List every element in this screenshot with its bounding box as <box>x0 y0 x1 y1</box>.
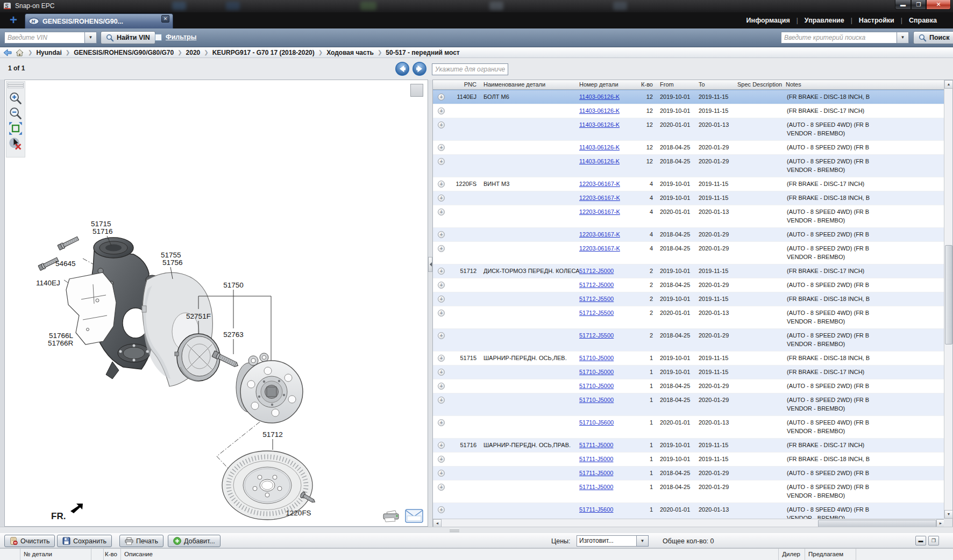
search-criteria-input[interactable] <box>781 32 897 44</box>
expand-row-icon[interactable]: + <box>438 355 445 362</box>
diagram-label[interactable]: 51715 <box>91 220 111 228</box>
diagram-label[interactable]: 51756 <box>162 259 183 267</box>
part-number-link[interactable]: 11403-06126-K <box>579 144 620 150</box>
part-number-link[interactable]: 11403-06126-K <box>579 158 620 164</box>
header-to[interactable]: To <box>696 80 735 89</box>
table-row[interactable]: + 12203-06167-K 4 2018-04-25 2020-01-29 … <box>433 227 944 241</box>
part-number-link[interactable]: 51711-J5000 <box>579 484 613 490</box>
table-row[interactable]: + 51712-J5500 2 2019-10-01 2019-11-15 (F… <box>433 292 944 306</box>
part-number-link[interactable]: 51711-J5000 <box>579 456 613 462</box>
diagram-label[interactable]: 1220FS <box>286 509 311 517</box>
deselect-pointer-icon[interactable] <box>9 137 23 150</box>
hub-bearing-part[interactable] <box>236 353 303 423</box>
breadcrumb-section[interactable]: 50-517 - передний мост <box>386 49 459 56</box>
expand-row-icon[interactable]: + <box>438 181 445 188</box>
table-row[interactable]: + 12203-06167-K 4 2019-10-01 2019-11-15 … <box>433 191 944 205</box>
part-number-link[interactable]: 51710-J5600 <box>579 419 614 426</box>
expand-row-icon[interactable]: + <box>438 332 445 339</box>
expand-row-icon[interactable]: + <box>438 245 445 252</box>
vin-input[interactable] <box>4 32 85 44</box>
zoom-out-icon[interactable] <box>9 106 23 120</box>
table-row[interactable]: + 51710-J5000 1 2018-04-25 2020-01-29 (A… <box>433 379 944 393</box>
new-tab-button[interactable]: + <box>6 14 20 27</box>
limit-filter-input[interactable] <box>432 63 508 75</box>
breadcrumb-hyundai[interactable]: Hyundai <box>36 49 61 56</box>
expand-row-icon[interactable]: + <box>438 107 445 114</box>
next-page-button[interactable] <box>412 61 427 76</box>
diagram-label[interactable]: 51750 <box>223 281 244 289</box>
mud-guard-part[interactable] <box>66 272 116 344</box>
part-number-link[interactable]: 51710-J5000 <box>579 383 614 389</box>
part-number-link[interactable]: 11403-06126-K <box>579 121 620 128</box>
table-row[interactable]: + 11403-06126-K 12 2020-01-01 2020-01-13… <box>433 118 944 140</box>
expand-row-icon[interactable]: + <box>438 144 445 151</box>
panel-splitter[interactable] <box>428 80 432 527</box>
table-row[interactable]: + 51712-J5500 2 2020-01-01 2020-01-13 (A… <box>433 306 944 328</box>
maximize-button[interactable]: ❐ <box>911 0 926 10</box>
diagram-label[interactable]: 52763 <box>223 331 244 339</box>
scroll-down-button[interactable]: ▼ <box>944 510 953 519</box>
parts-diagram[interactable]: 51715 51716 54645 1140EJ 51766L 51766R 5… <box>32 145 322 521</box>
tab-close-icon[interactable]: ✕ <box>161 15 169 23</box>
previous-page-button[interactable] <box>395 61 410 76</box>
scroll-up-button[interactable]: ▲ <box>944 80 953 89</box>
menu-management[interactable]: Управление <box>805 17 844 24</box>
expand-row-icon[interactable]: + <box>438 231 445 238</box>
table-row[interactable]: + 51711-J5000 1 2018-04-25 2020-01-29 (A… <box>433 466 944 480</box>
horizontal-scroll-thumb[interactable] <box>818 520 936 527</box>
home-icon[interactable] <box>16 49 24 56</box>
print-diagram-icon[interactable] <box>381 506 401 523</box>
table-row[interactable]: + 51711-J5600 1 2020-01-01 2020-01-13 (A… <box>433 502 944 519</box>
expand-row-icon[interactable]: + <box>438 506 445 513</box>
expand-row-icon[interactable]: + <box>438 470 445 477</box>
table-row[interactable]: + 51710-J5600 1 2020-01-01 2020-01-13 (A… <box>433 415 944 438</box>
filters-checkbox[interactable] <box>155 34 162 41</box>
expand-row-icon[interactable]: + <box>438 442 445 449</box>
table-row[interactable]: + 51710-J5000 1 2019-10-01 2019-11-15 (F… <box>433 365 944 379</box>
part-number-link[interactable]: 51711-J5000 <box>579 470 613 476</box>
diagram-label[interactable]: 52751F <box>186 312 211 320</box>
diagram-label[interactable]: 51766L <box>49 332 74 340</box>
expand-row-icon[interactable]: + <box>438 419 445 426</box>
bottom-grip[interactable] <box>450 529 459 532</box>
header-pnc[interactable]: PNC <box>448 80 481 89</box>
part-number-link[interactable]: 51710-J5000 <box>579 355 614 361</box>
header-from[interactable]: From <box>658 80 696 89</box>
part-number-link[interactable]: 12203-06167-K <box>579 209 620 215</box>
table-row[interactable]: + 11403-06126-K 12 2018-04-25 2020-01-29… <box>433 154 944 177</box>
part-number-link[interactable]: 12203-06167-K <box>579 181 620 187</box>
table-row[interactable]: + 51715 ШАРНИР-ПЕРЕДН. ОСЬ,ЛЕВ. 51710-J5… <box>433 351 944 365</box>
menu-help[interactable]: Справка <box>909 17 937 24</box>
expand-row-icon[interactable]: + <box>438 209 445 216</box>
prices-dropdown-button[interactable]: ▼ <box>637 535 649 547</box>
breadcrumb-model[interactable]: GENESIS/ROHENS/G90/G80/G70 <box>74 49 174 56</box>
vertical-scroll-thumb[interactable] <box>945 245 952 344</box>
part-number-link[interactable]: 51712-J5500 <box>579 310 614 316</box>
back-icon[interactable] <box>3 49 12 56</box>
horizontal-scrollbar[interactable]: ◄ ► <box>433 519 945 527</box>
header-name[interactable]: Наименование детали <box>481 80 577 89</box>
part-number-link[interactable]: 51712-J5500 <box>579 296 614 302</box>
menu-settings[interactable]: Настройки <box>859 17 894 24</box>
expand-row-icon[interactable]: + <box>438 456 445 463</box>
fit-to-window-icon[interactable] <box>9 121 23 135</box>
part-number-link[interactable]: 51711-J5000 <box>579 442 613 448</box>
part-number-link[interactable]: 51712-J5000 <box>579 268 614 274</box>
expand-row-icon[interactable]: + <box>438 268 445 275</box>
expand-row-icon[interactable]: + <box>438 383 445 390</box>
bottom-splitter[interactable] <box>0 527 953 533</box>
expand-row-icon[interactable]: + <box>438 195 445 202</box>
diagram-label[interactable]: 51766R <box>48 339 74 347</box>
panel-minimize-button[interactable]: ▬ <box>915 536 926 545</box>
expand-row-icon[interactable]: + <box>438 310 445 317</box>
table-row[interactable]: + 1140EJ БОЛТ М6 11403-06126-K 12 2019-1… <box>433 90 944 104</box>
search-button[interactable]: Поиск <box>913 31 953 44</box>
header-spec[interactable]: Spec Description <box>735 80 784 89</box>
email-diagram-icon[interactable] <box>405 509 423 523</box>
header-part-number[interactable]: Номер детали <box>577 80 638 89</box>
menu-information[interactable]: Информация <box>746 17 790 24</box>
filters-link[interactable]: Фильтры <box>166 33 196 41</box>
header-notes[interactable]: Notes <box>784 80 944 89</box>
zoom-in-icon[interactable] <box>9 91 23 105</box>
breadcrumb-group[interactable]: Ходовая часть <box>326 49 374 56</box>
